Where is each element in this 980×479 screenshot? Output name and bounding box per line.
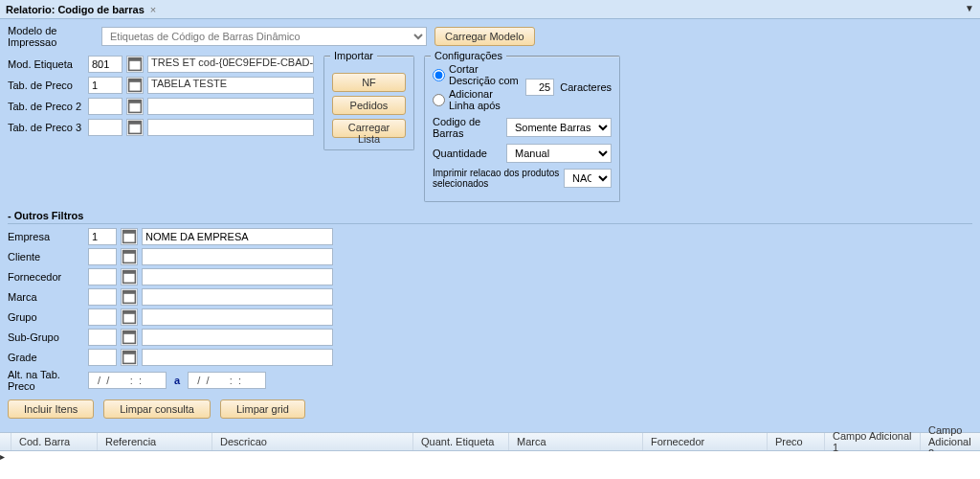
tab-preco2-desc — [147, 98, 314, 115]
filter-grupo-picker[interactable] — [121, 308, 138, 326]
filter-empresa-picker[interactable] — [121, 228, 138, 245]
import-pedidos-button[interactable]: Pedidos — [332, 96, 406, 115]
filter-subgrupo-label: Sub-Grupo — [8, 331, 84, 343]
filter-grupo-id[interactable] — [88, 308, 117, 326]
tab-bar: Relatorio: Codigo de barras × ▼ — [0, 0, 980, 19]
filter-cliente-label: Cliente — [8, 251, 84, 262]
mod-etiqueta-label: Mod. Etiqueta — [8, 58, 84, 70]
filter-marca-desc[interactable] — [142, 288, 333, 306]
svg-rect-17 — [123, 311, 136, 314]
filter-cliente-picker[interactable] — [121, 248, 138, 265]
barcode-label: Codigo de Barras — [433, 116, 501, 139]
tab-preco2-picker[interactable] — [126, 98, 144, 115]
col-descricao[interactable]: Descricao — [212, 433, 413, 450]
col-quant[interactable]: Quant. Etiqueta — [413, 433, 509, 450]
tab-preco3-id[interactable] — [88, 119, 122, 136]
filter-date-label: Alt. na Tab. Preco — [8, 369, 84, 392]
filter-grupo-desc[interactable] — [142, 308, 333, 326]
tab-title: Relatorio: Codigo de barras — [6, 4, 145, 15]
filter-cliente-desc[interactable] — [142, 248, 333, 265]
print-label: Imprimir relacao dos produtos selecionad… — [433, 168, 560, 189]
close-icon[interactable]: × — [150, 4, 156, 15]
svg-rect-11 — [123, 251, 136, 254]
filter-grade-label: Grade — [8, 352, 84, 363]
svg-rect-9 — [123, 231, 136, 234]
col-marca[interactable]: Marca — [509, 433, 643, 450]
filter-subgrupo-picker[interactable] — [121, 329, 138, 346]
model-select[interactable]: Etiquetas de Código de Barras Dinâmico — [101, 27, 427, 46]
mod-etiqueta-desc: TRES ET cod-{0EC9EFDE-CBAD-4852-8B6C-19A… — [147, 56, 314, 73]
import-title: Importar — [330, 50, 377, 61]
svg-rect-15 — [123, 291, 136, 294]
char-count-input[interactable] — [525, 79, 554, 96]
svg-rect-7 — [129, 122, 142, 125]
filter-marca-label: Marca — [8, 291, 84, 303]
import-box: Importar NF Pedidos Carregar Lista — [323, 56, 414, 150]
col-codbarra[interactable]: Cod. Barra — [11, 433, 98, 450]
grid-body[interactable]: ▸ — [0, 451, 980, 479]
filter-empresa-label: Empresa — [8, 231, 84, 242]
clear-query-button[interactable]: Limpar consulta — [103, 399, 211, 419]
svg-rect-3 — [129, 80, 142, 82]
char-label: Caracteres — [560, 81, 612, 93]
mod-etiqueta-picker[interactable] — [126, 56, 144, 73]
filter-fornecedor-label: Fornecedor — [8, 271, 84, 283]
config-title: Configurações — [431, 50, 506, 61]
svg-rect-13 — [123, 271, 136, 274]
barcode-select[interactable]: Somente Barras — [506, 118, 612, 137]
radio-adicionar[interactable]: Adicionar Linha após — [433, 88, 520, 111]
left-fields: Mod. Etiqueta TRES ET cod-{0EC9EFDE-CBAD… — [8, 56, 314, 140]
filter-grade-picker[interactable] — [121, 349, 138, 366]
tab-preco-id[interactable] — [88, 77, 122, 94]
include-items-button[interactable]: Incluir Itens — [8, 399, 94, 419]
qty-select[interactable]: Manual — [506, 144, 612, 163]
config-box: Configurações Cortar Descrição com Adici… — [424, 56, 620, 202]
filter-grade-id[interactable] — [88, 349, 117, 366]
tab-preco3-picker[interactable] — [126, 119, 144, 136]
col-referencia[interactable]: Referencia — [98, 433, 212, 450]
filter-marca-id[interactable] — [88, 288, 117, 306]
radio-cortar[interactable]: Cortar Descrição com — [433, 63, 520, 86]
date-to-input[interactable] — [188, 372, 266, 389]
date-separator: a — [174, 375, 180, 386]
clear-grid-button[interactable]: Limpar grid — [220, 399, 305, 419]
filter-empresa-desc[interactable] — [142, 228, 333, 245]
filter-subgrupo-id[interactable] — [88, 329, 117, 346]
tab-preco-picker[interactable] — [126, 77, 144, 94]
filter-cliente-id[interactable] — [88, 248, 117, 265]
tab-preco-label: Tab. de Preco — [8, 80, 84, 91]
row-indicator-icon: ▸ — [0, 451, 5, 462]
filter-grupo-label: Grupo — [8, 311, 84, 323]
col-fornecedor[interactable]: Fornecedor — [643, 433, 768, 450]
filter-fornecedor-picker[interactable] — [121, 268, 138, 285]
filter-subgrupo-desc[interactable] — [142, 329, 333, 346]
print-select[interactable]: NAO — [564, 169, 612, 188]
filter-empresa-id[interactable] — [88, 228, 117, 245]
svg-rect-19 — [123, 331, 136, 334]
date-from-input[interactable] — [88, 372, 167, 389]
filter-marca-picker[interactable] — [121, 288, 138, 306]
svg-rect-1 — [129, 58, 142, 61]
qty-label: Quantidade — [433, 148, 501, 159]
window-menu-dropdown-icon[interactable]: ▼ — [965, 3, 974, 13]
col-preco[interactable]: Preco — [768, 433, 825, 450]
import-nf-button[interactable]: NF — [332, 73, 406, 92]
load-model-button[interactable]: Carregar Modelo — [434, 27, 535, 46]
svg-rect-21 — [123, 352, 136, 354]
col-adic2[interactable]: Campo Adicional 2 — [921, 433, 980, 450]
svg-rect-5 — [129, 101, 142, 103]
import-carregar-button[interactable]: Carregar Lista — [332, 119, 406, 138]
tab-preco3-desc — [147, 119, 314, 136]
filter-fornecedor-desc[interactable] — [142, 268, 333, 285]
tab-preco-desc: TABELA TESTE — [147, 77, 314, 94]
col-adic1[interactable]: Campo Adicional 1 — [825, 433, 921, 450]
tab-preco3-label: Tab. de Preco 3 — [8, 122, 84, 133]
grid-header: Cod. Barra Referencia Descricao Quant. E… — [0, 432, 980, 451]
filters-title: Outros Filtros — [8, 210, 972, 224]
mod-etiqueta-id[interactable] — [88, 56, 122, 73]
tab-preco2-label: Tab. de Preco 2 — [8, 101, 84, 112]
filter-grade-desc[interactable] — [142, 349, 333, 366]
tab-preco2-id[interactable] — [88, 98, 122, 115]
filter-fornecedor-id[interactable] — [88, 268, 117, 285]
model-label: Modelo de Impressao — [8, 25, 94, 48]
